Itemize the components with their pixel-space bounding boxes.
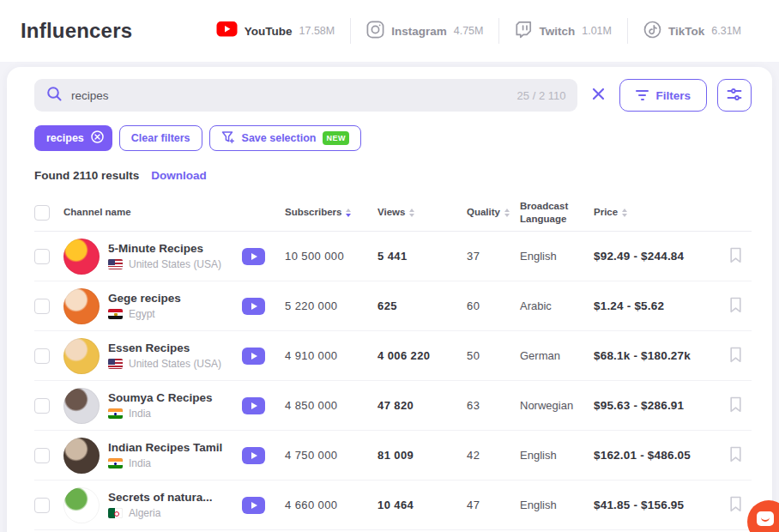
channel-avatar-cell[interactable] xyxy=(63,438,108,474)
bookmark-button[interactable] xyxy=(728,345,752,367)
price-value: $162.01 - $486.05 xyxy=(594,449,728,462)
new-badge: NEW xyxy=(323,131,349,145)
channel-name[interactable]: Essen Recipes xyxy=(108,342,233,354)
country-name: Egypt xyxy=(129,308,155,320)
clear-filters-label: Clear filters xyxy=(131,132,190,144)
quality-value: 50 xyxy=(467,349,520,362)
country-name: India xyxy=(129,408,151,420)
language-value: Norwegian xyxy=(520,399,594,412)
row-checkbox[interactable] xyxy=(34,348,63,364)
advanced-filters-button[interactable] xyxy=(717,79,752,112)
instagram-icon xyxy=(366,21,384,42)
subscribers-value: 4 660 000 xyxy=(285,499,377,511)
channel-name[interactable]: Gege recipes xyxy=(108,292,233,305)
price-value: $68.1k - $180.27k xyxy=(594,349,728,362)
youtube-play-icon[interactable] xyxy=(242,248,265,265)
views-value: 47 820 xyxy=(377,399,467,412)
column-header-language[interactable]: Broadcast Language xyxy=(520,200,594,226)
price-value: $95.63 - $286.91 xyxy=(594,399,728,412)
clear-search-button[interactable] xyxy=(588,83,609,107)
channel-name[interactable]: Soumya C Recipes xyxy=(108,391,233,404)
channel-avatar-cell[interactable] xyxy=(63,338,108,374)
youtube-play-icon[interactable] xyxy=(242,348,265,365)
table-row: Secrets of natura... Algeria 4 660 000 1… xyxy=(34,481,752,530)
channel-avatar-cell[interactable] xyxy=(63,388,108,424)
channel-avatar-cell[interactable] xyxy=(63,239,108,275)
search-input[interactable] xyxy=(71,89,509,102)
column-header-views[interactable]: Views xyxy=(377,206,467,219)
filter-chip-recipes[interactable]: recipes xyxy=(34,125,112,151)
youtube-play-icon[interactable] xyxy=(242,397,265,414)
channel-name-cell[interactable]: Essen Recipes United States (USA) xyxy=(108,342,242,370)
channel-name[interactable]: Secrets of natura... xyxy=(108,491,233,504)
bookmark-button[interactable] xyxy=(728,295,752,317)
main-card: 25 / 2 110 Filters recipes Clear filters xyxy=(7,67,772,532)
bookmark-button[interactable] xyxy=(728,395,752,417)
channel-name-cell[interactable]: Gege recipes Egypt xyxy=(108,292,242,320)
channel-avatar-cell[interactable] xyxy=(63,487,108,523)
platform-name: Twitch xyxy=(539,25,575,38)
bookmark-button[interactable] xyxy=(728,444,752,467)
subscribers-value: 4 910 000 xyxy=(285,349,377,362)
chip-label: recipes xyxy=(46,132,84,144)
platform-stats: YouTube 17.58M Instagram 4.75M Twitch 1.… xyxy=(201,18,757,44)
filters-button[interactable]: Filters xyxy=(619,79,707,112)
language-value: English xyxy=(520,449,594,462)
quality-value: 47 xyxy=(467,499,520,511)
views-value: 5 441 xyxy=(377,250,467,263)
row-checkbox[interactable] xyxy=(34,249,63,264)
youtube-play-icon[interactable] xyxy=(242,447,265,464)
channel-name-cell[interactable]: Indian Recipes Tamil India xyxy=(108,441,242,469)
channel-name-cell[interactable]: Soumya C Recipes India xyxy=(108,391,242,420)
avatar xyxy=(63,487,100,523)
download-link[interactable]: Download xyxy=(151,169,207,182)
bookmark-button[interactable] xyxy=(728,494,752,517)
sort-icon-subscribers xyxy=(346,209,351,217)
channel-name-cell[interactable]: 5-Minute Recipes United States (USA) xyxy=(108,242,242,270)
channel-name-cell[interactable]: Secrets of natura... Algeria xyxy=(108,491,242,519)
platform-stat-youtube[interactable]: YouTube 17.58M xyxy=(201,21,350,40)
clear-filters-button[interactable]: Clear filters xyxy=(119,125,202,151)
platform-stat-instagram[interactable]: Instagram 4.75M xyxy=(351,21,498,42)
row-checkbox[interactable] xyxy=(34,398,63,414)
sliders-icon xyxy=(726,86,743,106)
platform-count: 6.31M xyxy=(711,25,741,37)
country-flag xyxy=(108,458,123,469)
language-value: German xyxy=(520,349,594,362)
sort-icon-views xyxy=(409,209,414,217)
language-value: Arabic xyxy=(520,299,594,312)
subscribers-value: 10 500 000 xyxy=(285,250,377,263)
avatar xyxy=(63,239,100,275)
country-flag xyxy=(108,259,123,269)
avatar xyxy=(63,288,100,324)
save-selection-button[interactable]: Save selection NEW xyxy=(209,125,361,151)
platform-count: 4.75M xyxy=(454,25,484,37)
column-header-quality[interactable]: Quality xyxy=(467,206,520,219)
platform-name: YouTube xyxy=(245,25,293,38)
search-bar[interactable]: 25 / 2 110 xyxy=(34,79,577,112)
select-all-checkbox[interactable] xyxy=(34,205,63,221)
row-checkbox[interactable] xyxy=(34,498,63,513)
channel-name[interactable]: 5-Minute Recipes xyxy=(108,242,233,255)
channel-avatar-cell[interactable] xyxy=(63,288,108,324)
subscribers-value: 5 220 000 xyxy=(285,299,377,312)
row-checkbox[interactable] xyxy=(34,299,63,314)
column-header-price[interactable]: Price xyxy=(594,206,728,219)
column-header-subscribers[interactable]: Subscribers xyxy=(285,206,377,219)
channel-country: United States (USA) xyxy=(108,258,233,270)
table-body: 5-Minute Recipes United States (USA) 10 … xyxy=(34,232,752,530)
youtube-play-icon[interactable] xyxy=(242,497,265,514)
filter-lines-icon xyxy=(636,90,649,100)
platform-stat-tiktok[interactable]: TikTok 6.31M xyxy=(628,21,757,42)
row-checkbox[interactable] xyxy=(34,448,63,463)
youtube-play-icon[interactable] xyxy=(242,298,265,315)
avatar xyxy=(63,438,100,474)
table-row: Indian Recipes Tamil India 4 750 000 81 … xyxy=(34,431,752,481)
chip-remove-icon[interactable] xyxy=(91,130,104,146)
bookmark-button[interactable] xyxy=(728,245,752,268)
platform-stat-twitch[interactable]: Twitch 1.01M xyxy=(499,21,627,42)
channel-name[interactable]: Indian Recipes Tamil xyxy=(108,441,233,454)
subscribers-value: 4 850 000 xyxy=(285,399,377,412)
country-name: United States (USA) xyxy=(129,258,221,270)
table-row: Gege recipes Egypt 5 220 000 625 60 Arab… xyxy=(34,281,752,331)
